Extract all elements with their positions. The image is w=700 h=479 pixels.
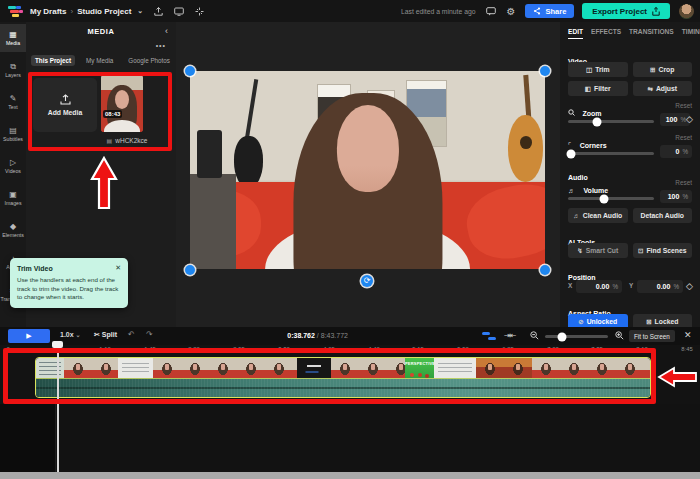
volume-reset-button[interactable]: Reset [675, 179, 692, 186]
avatar[interactable] [679, 4, 694, 19]
app-logo-icon[interactable] [8, 6, 23, 17]
media-tab-this-project[interactable]: This Project [31, 55, 75, 66]
resize-handle-top-left[interactable] [185, 66, 195, 76]
sidebar-item-videos[interactable]: ▷Videos [0, 152, 26, 180]
adjust-button[interactable]: ⇆Adjust [633, 81, 693, 96]
video-buttons-row2: ◧Filter⇆Adjust [568, 81, 692, 96]
find-scenes-icon: ⊡ [638, 247, 643, 255]
corners-value-field[interactable]: 0% [660, 145, 692, 158]
share-icon [533, 7, 541, 15]
magic-wand-icon[interactable] [195, 7, 204, 16]
redo-icon[interactable]: ↷ [146, 330, 153, 339]
export-project-button[interactable]: Export Project [582, 3, 670, 19]
close-icon[interactable]: ✕ [115, 264, 121, 272]
find-scenes-button[interactable]: ⊡Find Scenes [633, 243, 693, 258]
corners-slider[interactable] [568, 152, 654, 155]
corners-reset-button[interactable]: Reset [675, 134, 692, 141]
zoom-out-icon[interactable] [530, 331, 539, 340]
play-button[interactable]: ▶ [8, 329, 50, 343]
share-button[interactable]: Share [525, 4, 574, 18]
volume-value-field[interactable]: 100% [660, 190, 692, 203]
breadcrumb-separator: › [70, 7, 73, 16]
annotation-arrow-left [656, 364, 698, 390]
upload-icon[interactable] [154, 7, 163, 16]
media-tab-google-photos[interactable]: Google Photos [124, 55, 174, 66]
display-icon[interactable] [174, 7, 184, 16]
resize-handle-bottom-left[interactable] [185, 265, 195, 275]
preview-canvas[interactable]: ⟳ [176, 22, 560, 327]
crop-button[interactable]: ⊞Crop [633, 62, 693, 77]
annotation-rect-media [28, 72, 172, 151]
playhead-handle[interactable] [52, 341, 63, 348]
filter-icon: ◧ [585, 85, 591, 93]
smart-cut-button[interactable]: ↯Smart Cut [568, 243, 628, 258]
adjust-icon: ⇆ [647, 85, 652, 93]
sidebar-item-subtitles[interactable]: ▤Subtitles [0, 120, 26, 148]
tab-edit[interactable]: EDIT [568, 28, 583, 39]
volume-slider[interactable] [568, 197, 654, 200]
gear-icon[interactable]: ⚙ [506, 6, 515, 17]
bottom-scrollbar[interactable] [0, 472, 700, 479]
sidebar-item-elements[interactable]: ◆Elements [0, 216, 26, 244]
breadcrumb[interactable]: My Drafts › Studio Project ⌄ [30, 7, 143, 16]
detach-audio-button[interactable]: Detach Audio [633, 208, 693, 223]
fit-tracks-icon[interactable]: ⇥⇤ [504, 331, 515, 340]
track-view-icon[interactable] [482, 332, 496, 340]
app-window: My Drafts › Studio Project ⌄ Last edited… [0, 0, 700, 479]
position-x-label: X [568, 282, 572, 289]
video-frame[interactable] [190, 71, 545, 269]
clean-audio-button[interactable]: ♬Clean Audio [568, 208, 628, 223]
resize-handle-top-right[interactable] [540, 66, 550, 76]
tab-transitions[interactable]: TRANSITIONS [629, 28, 674, 39]
zoom-in-icon[interactable] [615, 331, 624, 340]
tab-timing[interactable]: TIMING [682, 28, 700, 39]
playback-speed-button[interactable]: 1.0x ⌄ [60, 331, 81, 338]
more-options-icon[interactable]: ••• [156, 42, 166, 49]
sidebar-item-images[interactable]: ▣Images [0, 184, 26, 212]
zoom-reset-button[interactable]: Reset [675, 102, 692, 109]
sidebar-item-text[interactable]: ✎Text [0, 88, 26, 116]
unlocked-button[interactable]: ⊘Unlocked [568, 314, 628, 327]
undo-icon[interactable]: ↶ [128, 330, 135, 339]
feedback-icon[interactable] [486, 7, 496, 16]
breadcrumb-project[interactable]: Studio Project [77, 7, 131, 16]
breadcrumb-drafts[interactable]: My Drafts [30, 7, 66, 16]
media-tab-my-media[interactable]: My Media [82, 55, 117, 66]
position-x-field[interactable]: 0.00% [576, 280, 622, 293]
edit-panel-tabs: EDITEFFECTSTRANSITIONSTIMING [568, 28, 692, 39]
fit-to-screen-button[interactable]: Fit to Screen [629, 330, 675, 342]
scissors-icon: ✂ [94, 331, 100, 338]
layers-icon: ⧉ [10, 63, 16, 71]
locked-button[interactable]: ⊠Locked [633, 314, 693, 327]
current-time: 0:38.762 [287, 332, 315, 339]
trim-button[interactable]: ◫Trim [568, 62, 628, 77]
trim-icon: ◫ [586, 66, 592, 74]
images-icon: ▣ [9, 191, 17, 199]
tooltip-title: Trim Video [17, 265, 53, 272]
subtitles-icon: ▤ [9, 127, 17, 135]
collapse-panel-icon[interactable]: ‹ [165, 26, 168, 36]
smart-cut-icon: ↯ [577, 247, 582, 255]
chevron-down-icon[interactable]: ⌄ [137, 7, 143, 15]
top-bar: My Drafts › Studio Project ⌄ Last edited… [0, 0, 700, 22]
sidebar-item-media[interactable]: ▦Media [0, 24, 26, 52]
video-buttons-row1: ◫Trim⊞Crop [568, 62, 692, 77]
annotation-rect-timeline [3, 348, 656, 404]
tab-effects[interactable]: EFFECTS [591, 28, 621, 39]
timeline-zoom-slider[interactable] [545, 335, 608, 338]
media-tabs: This ProjectMy MediaGoogle Photos [31, 55, 174, 66]
crop-icon: ⊞ [650, 66, 655, 74]
zoom-slider[interactable] [568, 120, 654, 123]
close-timeline-icon[interactable]: ✕ [684, 330, 692, 340]
aspect-buttons-row: ⊘Unlocked⊠Locked [568, 314, 692, 327]
resize-handle-bottom-right[interactable] [540, 265, 550, 275]
position-y-label: Y [629, 282, 633, 289]
filter-button[interactable]: ◧Filter [568, 81, 628, 96]
position-keyframe-icon[interactable]: ◇ [686, 281, 693, 291]
position-y-field[interactable]: 0.00% [637, 280, 683, 293]
zoom-keyframe-icon[interactable]: ◇ [686, 114, 693, 124]
rotate-handle[interactable]: ⟳ [361, 275, 373, 287]
sidebar-item-layers[interactable]: ⧉Layers [0, 56, 26, 84]
split-button[interactable]: ✂ Split [94, 331, 117, 339]
media-icon: ▦ [9, 31, 17, 39]
